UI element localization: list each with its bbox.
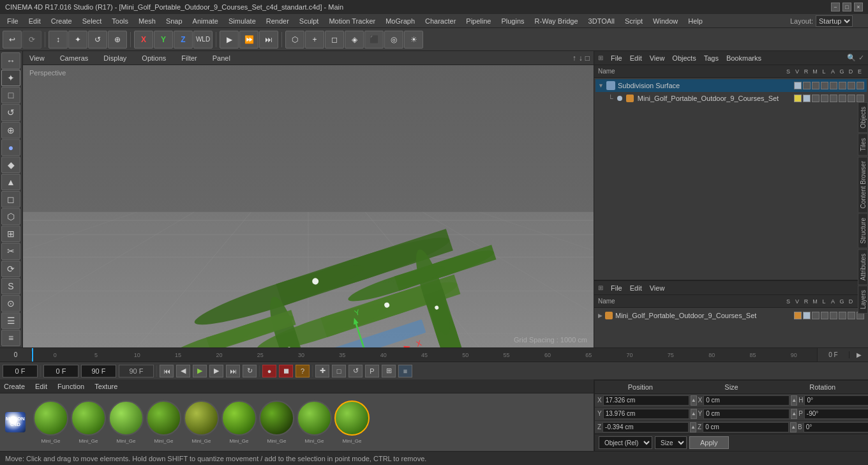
mat-menu-edit[interactable]: Edit xyxy=(35,383,47,390)
viewport-menu-panel[interactable]: Panel xyxy=(210,53,233,63)
viewport-menu-filter[interactable]: Filter xyxy=(179,53,199,63)
objects-menu-file[interactable]: File xyxy=(611,54,622,62)
menu-create[interactable]: Create xyxy=(47,16,77,26)
objects-menu-tags[interactable]: Tags xyxy=(704,54,719,62)
tool-15[interactable]: ⊙ xyxy=(1,295,20,312)
current-frame-display[interactable]: 0 F xyxy=(3,365,38,377)
prev-frame-button[interactable]: ◀ xyxy=(176,365,190,377)
coord-y-pos-up[interactable]: ▲ xyxy=(691,409,697,419)
objects-menu-objects[interactable]: Objects xyxy=(672,54,696,62)
help-button[interactable]: ? xyxy=(296,365,310,377)
tool-14[interactable]: S xyxy=(1,278,20,294)
maximize-button[interactable]: □ xyxy=(842,3,851,11)
record-button[interactable]: ● xyxy=(262,365,276,377)
start-frame-display[interactable]: 0 F xyxy=(43,365,79,377)
menu-rway[interactable]: R-Way Bridge xyxy=(530,16,583,26)
size-mode-select[interactable]: Size xyxy=(655,436,687,449)
edge-mode-button[interactable]: ◈ xyxy=(345,31,364,49)
menu-pipeline[interactable]: Pipeline xyxy=(461,16,495,26)
tool-10[interactable]: ⬡ xyxy=(1,208,20,225)
viewport-3d[interactable]: X Y Z Perspective Grid Spacing : 1000 cm xyxy=(23,65,594,347)
rotate-tool-button[interactable]: ↺ xyxy=(88,31,107,49)
viewport-icon-3[interactable]: □ xyxy=(585,54,590,63)
tool-8[interactable]: ▲ xyxy=(1,174,20,190)
coord-y-size-input[interactable] xyxy=(703,409,789,419)
redo-button[interactable]: ⟳ xyxy=(22,31,41,49)
scale-tool-button[interactable]: ✦ xyxy=(68,31,87,49)
tool-4[interactable]: ↺ xyxy=(1,104,20,121)
viewport-icon-2[interactable]: ↓ xyxy=(579,54,583,63)
perspective-button[interactable]: ⬡ xyxy=(285,31,304,49)
play-button[interactable]: ▶ xyxy=(220,31,239,49)
attr-menu-edit[interactable]: Edit xyxy=(630,284,642,292)
menu-plugins[interactable]: Plugins xyxy=(497,16,528,26)
coord-y-size-up[interactable]: ▲ xyxy=(791,409,797,419)
snap-button[interactable]: ≡ xyxy=(398,365,412,377)
viewport-menu-view[interactable]: View xyxy=(27,53,47,63)
side-tab-layers[interactable]: Layers xyxy=(858,286,868,314)
coord-h-input[interactable] xyxy=(804,395,868,406)
coord-x-size-up[interactable]: ▲ xyxy=(791,395,797,406)
menu-motion-tracker[interactable]: Motion Tracker xyxy=(324,16,380,26)
menu-mograph[interactable]: MoGraph xyxy=(381,16,419,26)
apply-button[interactable]: Apply xyxy=(689,436,729,449)
coord-y-pos-input[interactable] xyxy=(603,409,689,419)
mat-menu-create[interactable]: Create xyxy=(4,383,25,390)
world-button[interactable]: WLD xyxy=(193,31,213,49)
viewport-menu-cameras[interactable]: Cameras xyxy=(57,53,91,63)
layout-select[interactable]: Startup xyxy=(816,15,853,27)
viewport-menu-display[interactable]: Display xyxy=(101,53,129,63)
menu-file[interactable]: File xyxy=(3,16,23,26)
material-thumb-9[interactable] xyxy=(334,400,370,436)
tool-1[interactable]: ↔ xyxy=(1,52,20,69)
goto-end-button[interactable]: ⏭ xyxy=(226,365,240,377)
poly-mode-button[interactable]: ◻ xyxy=(325,31,344,49)
coord-z-pos-up[interactable]: ▲ xyxy=(690,422,696,432)
light-button[interactable]: ☀ xyxy=(404,31,423,49)
material-thumb-7[interactable] xyxy=(259,400,294,436)
menu-edit[interactable]: Edit xyxy=(24,16,45,26)
side-tab-structure[interactable]: Structure xyxy=(858,213,868,248)
side-tab-attributes[interactable]: Attributes xyxy=(858,249,868,285)
universal-tool-button[interactable]: ⊕ xyxy=(108,31,127,49)
z-axis-button[interactable]: Z xyxy=(174,31,193,49)
material-thumb-6[interactable] xyxy=(221,400,257,436)
loop-button[interactable]: ↻ xyxy=(243,365,257,377)
material-thumb-1[interactable] xyxy=(33,400,68,436)
obj-mode-button[interactable]: ◎ xyxy=(384,31,403,49)
material-thumb-3[interactable] xyxy=(108,400,144,436)
tool-9[interactable]: ◻ xyxy=(1,191,20,208)
goto-start-button[interactable]: ⏮ xyxy=(160,365,174,377)
tool-16[interactable]: ☰ xyxy=(1,312,20,329)
tool-17[interactable]: ≡ xyxy=(1,330,20,346)
timeline-ruler[interactable]: 0 5 10 15 20 25 30 35 40 45 50 55 60 65 … xyxy=(32,348,817,362)
tool-7[interactable]: ◆ xyxy=(1,156,20,173)
menu-animate[interactable]: Animate xyxy=(188,16,223,26)
play-button[interactable]: ▶ xyxy=(193,365,207,377)
add-mode-button[interactable]: + xyxy=(305,31,324,49)
menu-help[interactable]: Help xyxy=(684,16,707,26)
viewport-menu-options[interactable]: Options xyxy=(139,53,168,63)
search-icon[interactable]: 🔍 xyxy=(847,54,856,62)
y-axis-button[interactable]: Y xyxy=(154,31,173,49)
auto-key-button[interactable]: ↺ xyxy=(348,365,363,377)
object-rel-select[interactable]: Object (Rel) xyxy=(599,436,652,449)
coord-x-pos-up[interactable]: ▲ xyxy=(691,395,697,406)
tool-2[interactable]: ✦ xyxy=(1,70,20,86)
move-tool-button[interactable]: ↕ xyxy=(49,31,68,49)
grid-button[interactable]: ⊞ xyxy=(382,365,396,377)
tool-12[interactable]: ✂ xyxy=(1,243,20,259)
viewport-icon-1[interactable]: ↑ xyxy=(572,54,576,63)
menu-select[interactable]: Select xyxy=(78,16,107,26)
objects-menu-view[interactable]: View xyxy=(650,54,665,62)
tool-11[interactable]: ⊞ xyxy=(1,225,20,242)
menu-snap[interactable]: Snap xyxy=(161,16,187,26)
objects-menu-edit[interactable]: Edit xyxy=(630,54,642,62)
menu-sculpt[interactable]: Sculpt xyxy=(295,16,324,26)
side-tab-content-browser[interactable]: Content Browser xyxy=(858,156,868,213)
menu-mesh[interactable]: Mesh xyxy=(134,16,160,26)
coord-z-pos-input[interactable] xyxy=(602,422,689,432)
menu-simulate[interactable]: Simulate xyxy=(224,16,260,26)
x-axis-button[interactable]: X xyxy=(134,31,153,49)
tool-5[interactable]: ⊕ xyxy=(1,122,20,139)
